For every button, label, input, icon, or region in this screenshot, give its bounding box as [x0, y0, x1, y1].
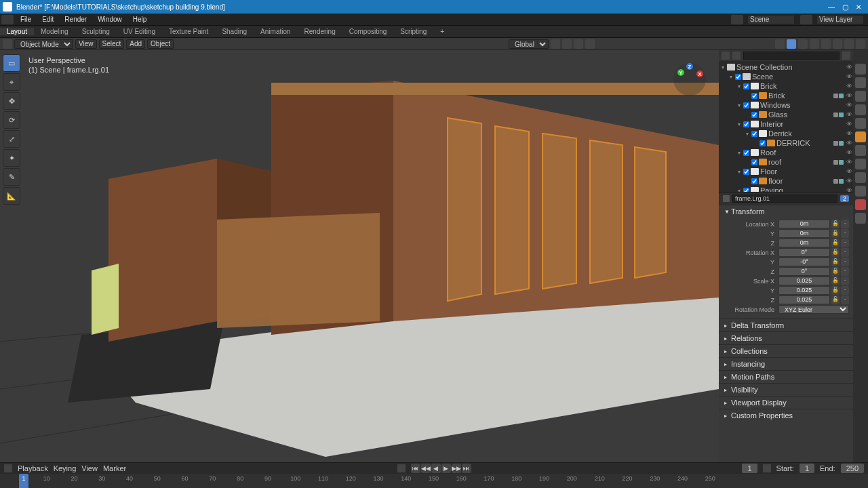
prev-key[interactable]: ◀◀ — [421, 464, 431, 473]
workspace-sculpting[interactable]: Sculpting — [75, 28, 117, 35]
cursor-tool[interactable]: ⌖ — [3, 73, 20, 91]
menu-help[interactable]: Help — [127, 16, 153, 23]
measure-tool[interactable]: 📐 — [3, 187, 20, 205]
timeline-editor-icon[interactable] — [4, 464, 12, 472]
tl-playback[interactable]: Playback — [18, 464, 48, 472]
xray-icon[interactable] — [798, 39, 808, 49]
scale-y[interactable]: 0.025 — [778, 286, 830, 295]
tab-output[interactable] — [855, 77, 866, 88]
scene-name-input[interactable] — [747, 15, 795, 24]
workspace-compositing[interactable]: Compositing — [342, 28, 394, 35]
snap-icon[interactable] — [562, 39, 572, 49]
tab-scene[interactable] — [855, 104, 866, 115]
play[interactable]: ▶ — [441, 464, 451, 473]
menu-edit[interactable]: Edit — [37, 16, 59, 23]
outliner-item-floor[interactable]: ▾Floor👁 — [719, 167, 853, 176]
outliner-item-derrick[interactable]: DERRICK👁 — [719, 138, 853, 148]
lock-loc-x[interactable]: 🔓 — [831, 220, 840, 228]
menu-render[interactable]: Render — [59, 16, 92, 23]
shading-options-icon[interactable] — [856, 39, 865, 49]
workspace-animation[interactable]: Animation — [254, 28, 297, 35]
move-tool[interactable]: ✥ — [3, 92, 20, 110]
location-x[interactable]: 0m — [778, 220, 830, 228]
proportional-icon[interactable] — [585, 39, 595, 49]
section-motion-paths[interactable]: ▸Motion Paths — [719, 371, 853, 383]
shading-render-icon[interactable] — [844, 39, 854, 49]
object-name-field[interactable] — [732, 195, 837, 203]
tab-particles[interactable] — [855, 159, 866, 169]
outliner-item-interior[interactable]: ▾Interior👁 — [719, 119, 853, 129]
section-delta-transform[interactable]: ▸Delta Transform — [719, 319, 853, 331]
header-view[interactable]: View — [75, 39, 97, 49]
close-button[interactable]: ✕ — [852, 3, 865, 11]
pivot-icon[interactable] — [551, 39, 560, 49]
tab-world[interactable] — [855, 118, 866, 129]
section-visibility[interactable]: ▸Visibility — [719, 384, 853, 396]
section-relations[interactable]: ▸Relations — [719, 332, 853, 344]
rotation-mode[interactable]: XYZ Euler — [778, 305, 849, 314]
outliner-root[interactable]: ▾Scene Collection👁 — [719, 62, 853, 72]
mode-select[interactable]: Object Mode — [14, 39, 73, 49]
orientation-select[interactable]: Global — [509, 39, 549, 49]
tab-modifier[interactable] — [855, 145, 866, 156]
section-transform[interactable]: ▼Transform — [719, 205, 853, 218]
rotation-z[interactable]: 0° — [778, 267, 830, 276]
jump-start[interactable]: ⏮ — [411, 464, 420, 473]
timeline-ruler[interactable]: 1 10203040506070809010011012013014015016… — [0, 474, 868, 488]
outliner-item-brick[interactable]: Brick👁 — [719, 91, 853, 100]
3d-viewport[interactable]: ▭ ⌖ ✥ ⟳ ⤢ ✦ ✎ 📐 User Perspective (1) Sce… — [0, 50, 719, 462]
shading-wire-icon[interactable] — [810, 39, 819, 49]
tl-marker[interactable]: Marker — [103, 464, 126, 472]
overlay-toggle-icon[interactable] — [787, 39, 796, 49]
workspace-scripting[interactable]: Scripting — [393, 28, 433, 35]
maximize-button[interactable]: ▢ — [838, 3, 852, 11]
tl-view[interactable]: View — [81, 464, 98, 472]
outliner-filter-icon[interactable] — [732, 52, 741, 60]
play-reverse[interactable]: ◀ — [431, 464, 441, 473]
outliner-display-icon[interactable] — [722, 52, 730, 60]
outliner-filter-options-icon[interactable] — [842, 52, 850, 60]
outliner-item-paving[interactable]: ▾Paving👁 — [719, 186, 853, 192]
playhead[interactable]: 1 — [19, 474, 28, 488]
jump-end[interactable]: ⏭ — [462, 464, 471, 473]
outliner-item-floor[interactable]: floor👁 — [719, 176, 853, 186]
shading-solid-icon[interactable] — [821, 39, 831, 49]
tab-material[interactable] — [855, 199, 866, 210]
rotation-x[interactable]: 0° — [778, 248, 830, 257]
tab-constraints[interactable] — [855, 186, 866, 197]
nav-gizmo[interactable]: X Y Z — [673, 62, 707, 96]
tab-texture[interactable] — [855, 213, 866, 224]
next-key[interactable]: ▶▶ — [452, 464, 461, 473]
outliner-item-glass[interactable]: Glass👁 — [719, 110, 853, 119]
menu-file[interactable]: File — [15, 16, 37, 23]
workspace-shading[interactable]: Shading — [215, 28, 254, 35]
location-z[interactable]: 0m — [778, 239, 830, 247]
select-box-tool[interactable]: ▭ — [3, 54, 20, 72]
outliner-item-brick[interactable]: ▾Brick👁 — [719, 81, 853, 91]
header-select[interactable]: Select — [99, 39, 125, 49]
outliner-item-roof[interactable]: roof👁 — [719, 157, 853, 167]
section-collections[interactable]: ▸Collections — [719, 345, 853, 357]
rotation-y[interactable]: -0° — [778, 258, 830, 266]
annotate-tool[interactable]: ✎ — [3, 168, 20, 186]
outliner-search[interactable] — [743, 52, 840, 60]
rotate-tool[interactable]: ⟳ — [3, 111, 20, 129]
preview-range-icon[interactable] — [763, 464, 771, 472]
viewlayer-selector[interactable] — [799, 15, 864, 24]
section-instancing[interactable]: ▸Instancing — [719, 358, 853, 370]
section-custom-properties[interactable]: ▸Custom Properties — [719, 409, 853, 422]
viewlayer-name-input[interactable] — [816, 15, 864, 24]
workspace-uv editing[interactable]: UV Editing — [117, 28, 162, 35]
workspace-+[interactable]: + — [433, 28, 451, 35]
scale-z[interactable]: 0.025 — [778, 296, 830, 304]
menu-window[interactable]: Window — [92, 16, 127, 23]
transform-tool[interactable]: ✦ — [3, 149, 20, 167]
end-frame[interactable]: 250 — [841, 464, 864, 473]
outliner-item-windows[interactable]: ▾Windows👁 — [719, 100, 853, 110]
workspace-texture paint[interactable]: Texture Paint — [162, 28, 215, 35]
current-frame[interactable]: 1 — [742, 464, 757, 473]
editor-type-icon[interactable] — [3, 39, 12, 49]
outliner-item-roof[interactable]: ▾Roof👁 — [719, 148, 853, 157]
shading-matprev-icon[interactable] — [833, 39, 842, 49]
outliner-item-derrick[interactable]: ▾Derrick👁 — [719, 129, 853, 138]
